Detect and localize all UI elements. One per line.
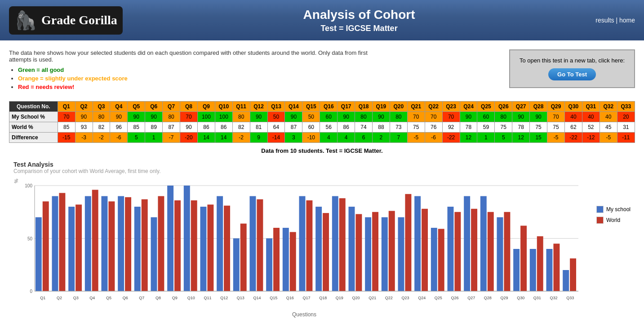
- school-cell-q26: 80: [495, 112, 512, 122]
- question-header-q11: Q11: [232, 102, 250, 112]
- cohort-table: Question No. Q1Q2Q3Q4Q5Q6Q7Q8Q9Q10Q11Q12…: [9, 101, 635, 143]
- svg-rect-85: [471, 209, 477, 291]
- diff-cell-q19: 2: [373, 133, 390, 143]
- world-cell-q15: 60: [302, 122, 320, 133]
- world-cell-q21: 75: [407, 122, 425, 133]
- svg-rect-51: [283, 228, 289, 291]
- diff-cell-q23: -22: [442, 133, 460, 143]
- go-to-test-button[interactable]: Go To Test: [548, 68, 596, 80]
- content-area: The data here shows how your selected st…: [0, 40, 644, 322]
- svg-rect-97: [537, 236, 543, 291]
- svg-rect-31: [174, 200, 181, 291]
- logo-box: 🦍 Grade Gorilla: [9, 6, 123, 35]
- world-cell-q32: 45: [600, 122, 617, 133]
- world-cell-q12: 81: [250, 122, 267, 133]
- svg-rect-13: [76, 204, 82, 291]
- svg-text:Q17: Q17: [302, 296, 310, 300]
- svg-rect-87: [480, 196, 487, 292]
- chart-legend: My school World: [587, 179, 631, 224]
- legend-red-swatch: [596, 217, 604, 224]
- diff-cell-q16: 4: [320, 133, 338, 143]
- open-test-box: To open this test in a new tab, click he…: [509, 49, 635, 88]
- school-cell-q19: 90: [373, 112, 390, 122]
- school-cell-q24: 90: [460, 112, 477, 122]
- svg-rect-6: [36, 217, 42, 292]
- svg-rect-64: [355, 214, 362, 291]
- svg-text:Q6: Q6: [123, 296, 128, 300]
- svg-text:100: 100: [25, 183, 32, 188]
- svg-rect-40: [224, 206, 230, 291]
- bar-chart: 050100Q1Q2Q3Q4Q5Q6Q7Q8Q9Q10Q11Q12Q13Q14Q…: [21, 179, 583, 309]
- svg-text:Q33: Q33: [566, 296, 574, 300]
- chart-area: 050100Q1Q2Q3Q4Q5Q6Q7Q8Q9Q10Q11Q12Q13Q14Q…: [21, 179, 587, 318]
- svg-rect-90: [497, 217, 503, 292]
- question-header-q12: Q12: [250, 102, 267, 112]
- world-cell-q27: 78: [512, 122, 530, 133]
- svg-text:Q7: Q7: [139, 296, 144, 300]
- test-subtitle: Test = IGCSE Matter: [123, 24, 596, 33]
- svg-rect-34: [191, 200, 197, 291]
- diff-cell-q18: 6: [355, 133, 373, 143]
- svg-text:Q10: Q10: [187, 296, 195, 300]
- question-header-q15: Q15: [302, 102, 320, 112]
- svg-text:Q15: Q15: [270, 296, 277, 300]
- diff-cell-q32: -5: [600, 133, 617, 143]
- svg-rect-103: [570, 258, 576, 291]
- results-link[interactable]: results: [595, 17, 614, 24]
- home-link[interactable]: home: [619, 17, 635, 24]
- world-cell-q13: 64: [267, 122, 285, 133]
- school-cell-q15: 50: [302, 112, 320, 122]
- my-school-label: My School %: [9, 112, 58, 122]
- legend-green: Green = all good: [18, 66, 369, 73]
- svg-rect-75: [414, 196, 421, 292]
- question-header-q29: Q29: [547, 102, 565, 112]
- world-cell-q28: 75: [530, 122, 547, 133]
- school-cell-q32: 40: [600, 112, 617, 122]
- diff-cell-q7: -7: [163, 133, 180, 143]
- question-header-q31: Q31: [582, 102, 600, 112]
- svg-rect-78: [431, 228, 437, 291]
- svg-text:Q3: Q3: [73, 296, 79, 300]
- svg-text:Q23: Q23: [401, 296, 409, 300]
- svg-rect-54: [299, 196, 306, 292]
- svg-text:Q21: Q21: [369, 296, 376, 300]
- chart-section: Test Analysis Comparison of your cohort …: [9, 161, 635, 318]
- svg-rect-27: [151, 217, 157, 292]
- school-cell-q1: 70: [58, 112, 75, 122]
- diff-cell-q3: -2: [93, 133, 110, 143]
- question-header-q19: Q19: [373, 102, 390, 112]
- svg-rect-58: [323, 213, 329, 291]
- svg-text:Q31: Q31: [533, 296, 541, 300]
- school-cell-q30: 40: [564, 112, 582, 122]
- school-cell-q25: 60: [477, 112, 495, 122]
- svg-rect-96: [530, 249, 536, 291]
- svg-rect-49: [273, 228, 280, 291]
- diff-cell-q1: -15: [58, 133, 75, 143]
- svg-rect-84: [464, 196, 470, 292]
- svg-rect-28: [158, 196, 164, 292]
- svg-rect-63: [349, 207, 355, 291]
- world-cell-q9: 86: [197, 122, 215, 133]
- school-cell-q23: 70: [442, 112, 460, 122]
- svg-rect-93: [513, 249, 520, 291]
- question-header-q33: Q33: [617, 102, 635, 112]
- svg-rect-66: [365, 217, 371, 292]
- legend-red: Red = needs review!: [18, 84, 369, 90]
- diff-cell-q30: -22: [564, 133, 582, 143]
- world-cell-q3: 82: [93, 122, 110, 133]
- info-text-area: The data here shows how your selected st…: [9, 49, 369, 92]
- question-header-q4: Q4: [110, 102, 128, 112]
- question-header-q30: Q30: [564, 102, 582, 112]
- school-cell-q27: 90: [512, 112, 530, 122]
- svg-rect-100: [553, 244, 560, 291]
- world-cell-q6: 89: [145, 122, 163, 133]
- diff-cell-q12: 9: [250, 133, 267, 143]
- world-cell-q1: 85: [58, 122, 75, 133]
- diff-cell-q25: 1: [477, 133, 495, 143]
- world-label: World %: [9, 122, 58, 133]
- svg-text:Q8: Q8: [155, 296, 161, 300]
- diff-cell-q4: -6: [110, 133, 128, 143]
- table-col-header: Question No.: [9, 102, 58, 112]
- data-summary: Data from 10 students. Test = IGCSE Matt…: [9, 147, 635, 154]
- svg-text:Q26: Q26: [451, 296, 458, 300]
